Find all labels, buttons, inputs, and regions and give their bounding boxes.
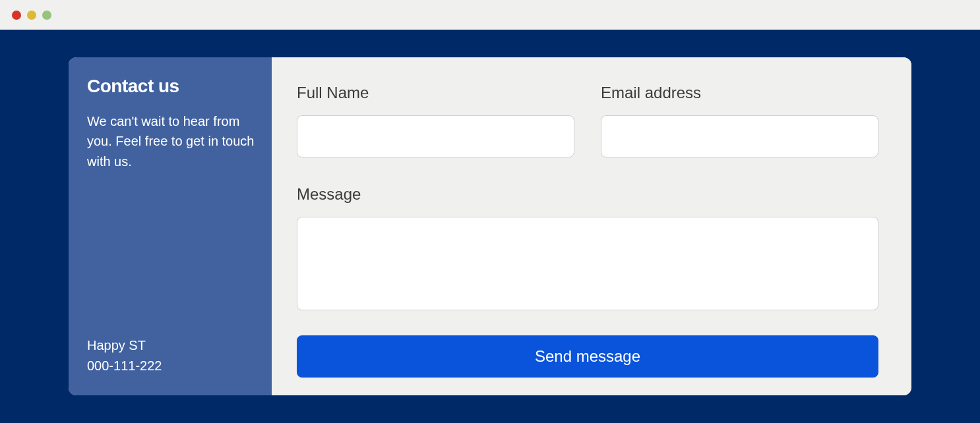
form-group-message: Message — [297, 185, 878, 310]
message-input[interactable] — [297, 217, 878, 310]
sidebar-top: Contact us We can't wait to hear from yo… — [87, 76, 255, 171]
contact-sidebar: Contact us We can't wait to hear from yo… — [69, 57, 272, 395]
page-background: Contact us We can't wait to hear from yo… — [0, 30, 980, 423]
window-minimize-button[interactable] — [27, 11, 36, 20]
message-label: Message — [297, 185, 878, 204]
contact-card: Contact us We can't wait to hear from yo… — [69, 57, 911, 395]
full-name-input[interactable] — [297, 115, 574, 157]
sidebar-contact-info: Happy ST 000-111-222 — [87, 335, 255, 376]
send-message-button[interactable]: Send message — [297, 335, 878, 378]
email-label: Email address — [601, 84, 878, 102]
form-group-email: Email address — [601, 84, 878, 157]
sidebar-description: We can't wait to hear from you. Feel fre… — [87, 111, 255, 171]
email-input[interactable] — [601, 115, 878, 157]
form-row-top: Full Name Email address — [297, 84, 878, 157]
sidebar-phone: 000-111-222 — [87, 356, 255, 376]
full-name-label: Full Name — [297, 84, 574, 102]
sidebar-title: Contact us — [87, 76, 255, 97]
contact-form: Full Name Email address Message Send mes… — [272, 57, 911, 395]
window-close-button[interactable] — [12, 11, 21, 20]
form-group-full-name: Full Name — [297, 84, 574, 157]
sidebar-address: Happy ST — [87, 335, 255, 355]
window-titlebar — [0, 0, 980, 30]
window-maximize-button[interactable] — [42, 11, 51, 20]
